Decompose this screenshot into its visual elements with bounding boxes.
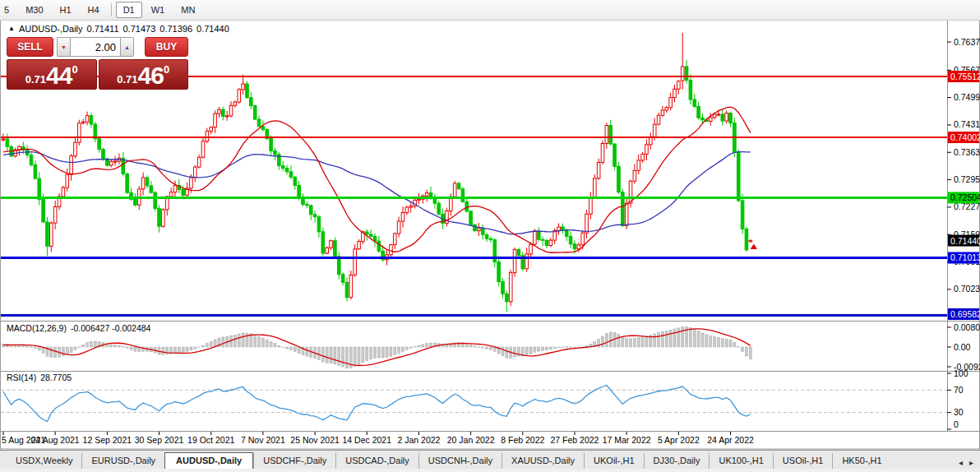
svg-text:0.74990: 0.74990: [954, 92, 980, 102]
tab-audusd-daily[interactable]: AUDUSD-,Daily: [164, 452, 253, 470]
svg-text:14 Dec 2021: 14 Dec 2021: [342, 435, 391, 445]
sell-price-big: 44: [46, 62, 72, 89]
volume-increase-button[interactable]: ▲: [121, 37, 134, 57]
symbol-tabs-bar: USDX,WeeklyEURUSD-,DailyAUDUSD-,DailyUSD…: [0, 450, 980, 470]
svg-text:30 Sep 2021: 30 Sep 2021: [135, 435, 184, 445]
svg-text:70: 70: [954, 385, 964, 395]
svg-text:24 Apr 2022: 24 Apr 2022: [707, 435, 754, 445]
svg-text:0: 0: [954, 419, 959, 429]
timeframe-button-H4[interactable]: H4: [81, 2, 107, 18]
svg-text:0.71013: 0.71013: [950, 252, 980, 262]
mt4-window: 0.763700.756700.749900.743100.736300.729…: [0, 0, 980, 472]
svg-text:7 Nov 2021: 7 Nov 2021: [241, 435, 285, 445]
svg-text:100: 100: [954, 368, 968, 378]
svg-text:0.70230: 0.70230: [954, 284, 980, 294]
timeframe-button-H1[interactable]: H1: [53, 2, 79, 18]
buy-price-box[interactable]: 0.71 46 0: [99, 59, 189, 90]
symbol-marker-icon: ▲: [8, 25, 15, 32]
volume-input[interactable]: [70, 37, 121, 57]
macd-name: MACD(12,26,9): [7, 323, 67, 333]
tab-ukoil-h1[interactable]: UKOil-,H1: [584, 453, 644, 470]
svg-text:0.74310: 0.74310: [954, 119, 980, 129]
svg-text:8 Feb 2022: 8 Feb 2022: [501, 435, 544, 445]
svg-text:24 Aug 2021: 24 Aug 2021: [31, 435, 80, 445]
tab-xauusd-daily[interactable]: XAUUSD-,Daily: [502, 453, 584, 470]
tabs-scroll-left-icon[interactable]: ◂: [959, 458, 963, 467]
svg-text:0.75512: 0.75512: [950, 72, 980, 81]
tabs-scroll-right-icon[interactable]: ▸: [969, 458, 973, 467]
chart-symbol-label: AUDUSD-,Daily: [19, 24, 83, 34]
svg-text:0.76370: 0.76370: [954, 37, 980, 47]
buy-price-prefix: 0.71: [117, 73, 137, 86]
svg-text:0.73630: 0.73630: [954, 147, 980, 157]
sell-price-box[interactable]: 0.71 44 0: [7, 59, 97, 90]
buy-price-sup: 0: [164, 63, 169, 76]
svg-text:2 Jan 2022: 2 Jan 2022: [397, 435, 440, 445]
tab-usoil-h1[interactable]: USOil-,H1: [773, 453, 833, 470]
ohlc-close: 0.71440: [196, 24, 229, 34]
timeframe-button-W1[interactable]: W1: [144, 2, 173, 18]
window-bottom-strip: [0, 469, 980, 472]
ohlc-high: 0.71473: [123, 24, 156, 34]
sell-button[interactable]: SELL: [7, 37, 53, 57]
rsi-name: RSI(14): [7, 373, 36, 382]
svg-text:25 Nov 2021: 25 Nov 2021: [290, 435, 340, 445]
tab-uk100-h1[interactable]: UK100-,H1: [709, 453, 772, 470]
timeframe-button-MN[interactable]: MN: [173, 2, 202, 18]
tab-dj30-daily[interactable]: DJ30-,Daily: [644, 453, 710, 470]
svg-text:19 Oct 2021: 19 Oct 2021: [187, 435, 234, 445]
svg-text:27 Feb 2022: 27 Feb 2022: [550, 435, 599, 445]
timeframe-button-D1[interactable]: D1: [116, 2, 142, 18]
svg-text:0.74002: 0.74002: [950, 132, 980, 142]
rsi-value: 28.7705: [40, 373, 72, 382]
macd-values: -0.006427 -0.002484: [71, 323, 151, 333]
tab-usdcad-daily[interactable]: USDCAD-,Daily: [335, 453, 418, 470]
svg-text:30: 30: [954, 407, 964, 417]
tab-usdchf-daily[interactable]: USDCHF-,Daily: [253, 453, 335, 470]
timeframe-toolbar: 5M30H1H4D1W1MN: [0, 0, 980, 21]
buy-button[interactable]: BUY: [145, 37, 188, 57]
volume-decrease-button[interactable]: ▼: [57, 37, 70, 57]
sell-price-prefix: 0.71: [25, 73, 46, 86]
one-click-trade-panel: SELL ▼ ▲ BUY 0.71 44 0 0.71 46 0: [7, 36, 188, 90]
svg-text:0.72504: 0.72504: [950, 192, 980, 202]
svg-text:12 Sep 2021: 12 Sep 2021: [83, 435, 132, 445]
svg-text:20 Jan 2022: 20 Jan 2022: [447, 435, 495, 445]
tab-usdcnh-daily[interactable]: USDCNH-,Daily: [418, 453, 502, 470]
tab-usdx-weekly[interactable]: USDX,Weekly: [7, 453, 81, 470]
svg-text:0.72950: 0.72950: [954, 174, 980, 184]
buy-price-big: 46: [138, 62, 164, 89]
tab-eurusd-daily[interactable]: EURUSD-,Daily: [81, 453, 164, 470]
svg-text:0.69582: 0.69582: [950, 309, 980, 319]
rsi-indicator-label: RSI(14) 28.7705: [7, 373, 72, 382]
svg-text:5 Apr 2022: 5 Apr 2022: [658, 435, 700, 445]
timeframe-button-5[interactable]: 5: [2, 2, 16, 18]
svg-text:0.008061: 0.008061: [954, 322, 980, 332]
ohlc-low: 0.71396: [159, 24, 192, 34]
svg-text:0.00: 0.00: [954, 342, 971, 352]
ohlc-open: 0.71411: [87, 24, 119, 34]
sell-price-sup: 0: [72, 63, 77, 76]
chart-title: ▲ AUDUSD-,Daily 0.71411 0.71473 0.71396 …: [8, 24, 229, 34]
symbol-tabs: USDX,WeeklyEURUSD-,DailyAUDUSD-,DailyUSD…: [7, 451, 955, 470]
timeframe-button-M30[interactable]: M30: [18, 2, 50, 18]
tab-hk50-h1[interactable]: HK50-,H1: [832, 453, 890, 470]
svg-text:17 Mar 2022: 17 Mar 2022: [603, 435, 651, 445]
svg-text:0.71440: 0.71440: [950, 236, 980, 246]
macd-indicator-label: MACD(12,26,9) -0.006427 -0.002484: [7, 323, 150, 333]
